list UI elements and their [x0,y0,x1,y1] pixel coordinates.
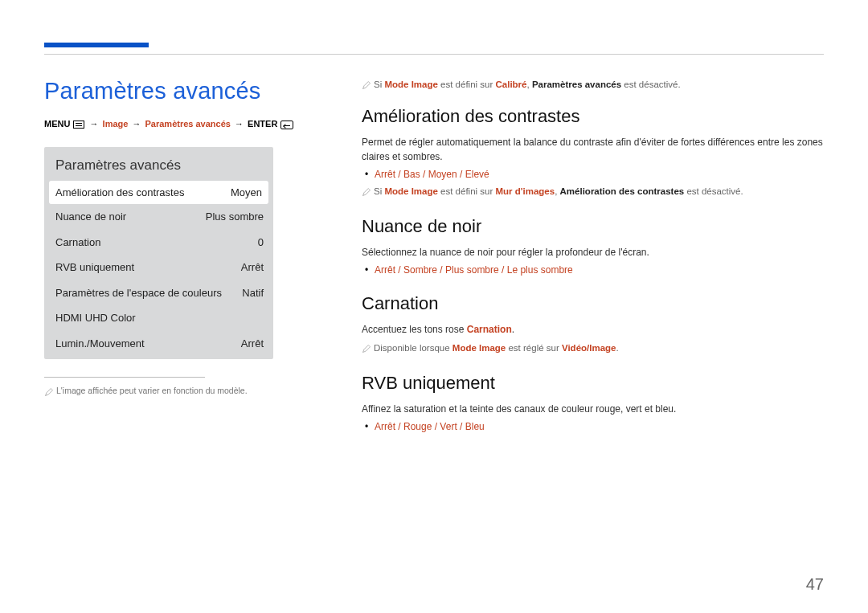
row-label: RVB uniquement [55,260,134,275]
page-number: 47 [806,575,824,594]
section-desc: Affinez la saturation et la teinte des c… [362,402,824,416]
footnote-rule [44,377,205,378]
breadcrumb: MENU → Image → Paramètres avancés → ENTE… [44,119,313,129]
footnote-text: L'image affichée peut varier en fonction… [56,386,248,395]
options-list: Arrêt / Rouge / Vert / Bleu [375,421,824,432]
section-title: Carnation [362,293,824,314]
panel-row[interactable]: HDMI UHD Color [44,305,273,331]
section-noir: Nuance de noir Sélectionnez la nuance de… [362,216,824,276]
pen-icon [44,387,54,397]
pen-icon [362,80,371,90]
breadcrumb-settings: Paramètres avancés [145,119,231,129]
row-value: Plus sombre [206,210,264,224]
panel-row[interactable]: Paramètres de l'espace de couleurs Natif [44,280,273,306]
row-label: Lumin./Mouvement [55,337,145,351]
section-desc: Accentuez les tons rose Carnation. [362,322,824,337]
section-rvb: RVB uniquement Affinez la saturation et … [362,373,824,432]
options-list: Arrêt / Sombre / Plus sombre / Le plus s… [375,264,824,276]
breadcrumb-enter: ENTER [248,119,277,129]
row-label: Paramètres de l'espace de couleurs [55,286,222,300]
footnote: L'image affichée peut varier en fonction… [44,386,313,396]
accent-bar [44,43,149,47]
section-contrast: Amélioration des contrastes Permet de ré… [362,106,824,198]
row-label: HDMI UHD Color [55,311,136,325]
breadcrumb-sep: → [235,119,244,129]
section-note: Si Mode Image est défini sur Mur d'image… [362,185,824,198]
section-desc: Sélectionnez la nuance de noir pour régl… [362,245,824,260]
section-desc: Permet de régler automatiquement la bala… [362,135,824,164]
row-value: Natif [242,286,264,300]
options-list: Arrêt / Bas / Moyen / Elevé [375,169,824,180]
row-label: Carnation [55,235,100,250]
left-column: Paramètres avancés MENU → Image → Paramè… [44,78,313,397]
row-value: 0 [258,235,264,250]
panel-row[interactable]: Nuance de noir Plus sombre [44,204,273,230]
breadcrumb-sep: → [90,119,99,129]
enter-icon [280,121,293,129]
breadcrumb-image: Image [103,119,129,129]
panel-title: Paramètres avancés [44,147,273,181]
right-column: Si Mode Image est défini sur Calibré, Pa… [362,78,824,447]
row-label: Amélioration des contrastes [55,186,184,200]
top-rule [44,54,824,55]
section-carnation: Carnation Accentuez les tons rose Carnat… [362,293,824,355]
panel-row[interactable]: Amélioration des contrastes Moyen [49,181,268,205]
pen-icon [362,344,371,353]
page-title: Paramètres avancés [44,78,313,104]
row-value: Arrêt [241,337,264,351]
panel-row[interactable]: Carnation 0 [44,230,273,255]
section-note: Disponible lorsque Mode Image est réglé … [362,341,824,355]
section-title: Amélioration des contrastes [362,106,824,127]
row-label: Nuance de noir [55,210,126,224]
section-title: Nuance de noir [362,216,824,237]
panel-row[interactable]: Lumin./Mouvement Arrêt [44,331,273,357]
row-value: Moyen [231,186,262,200]
pen-icon [362,187,371,197]
top-note: Si Mode Image est défini sur Calibré, Pa… [362,78,824,92]
menu-icon [73,121,84,129]
breadcrumb-sep: → [132,119,141,129]
breadcrumb-menu: MENU [44,119,70,129]
settings-panel: Paramètres avancés Amélioration des cont… [44,147,273,360]
row-value: Arrêt [241,260,264,275]
panel-row[interactable]: RVB uniquement Arrêt [44,255,273,280]
section-title: RVB uniquement [362,373,824,394]
